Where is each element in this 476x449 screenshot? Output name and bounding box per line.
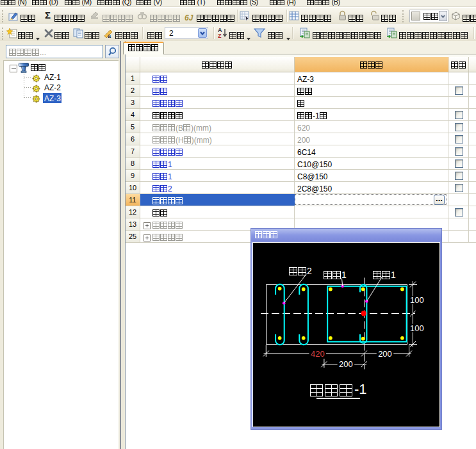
svg-text:100: 100 (409, 295, 423, 305)
svg-text:200: 200 (378, 348, 392, 358)
svg-text:200: 200 (339, 359, 353, 369)
svg-text:Z: Z (218, 33, 222, 39)
svg-text:100: 100 (409, 323, 423, 332)
svg-text:420: 420 (310, 348, 324, 358)
